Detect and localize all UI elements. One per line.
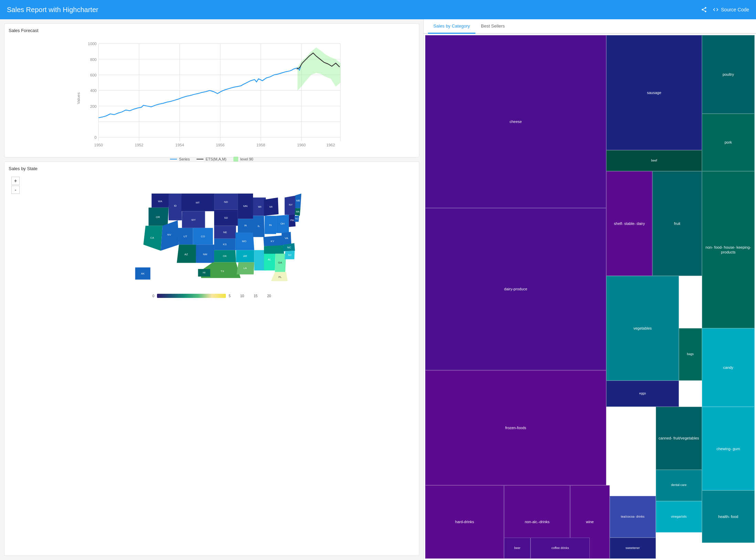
label-ak: AK	[141, 272, 145, 275]
legend-max: 20	[267, 294, 271, 298]
label-sd: SD	[224, 216, 228, 219]
level-box-icon	[233, 157, 238, 162]
label-sc: SC	[288, 253, 292, 257]
label-fl: FL	[279, 276, 282, 279]
label-ga: GA	[278, 261, 282, 264]
label-mt: MT	[196, 201, 200, 204]
label-ks: KS	[223, 243, 227, 246]
svg-text:200: 200	[90, 104, 97, 108]
treemap-cell-coffee-drinks[interactable]: coffee drinks	[531, 538, 590, 559]
share-button[interactable]	[701, 7, 707, 13]
label-wi: WI	[258, 205, 261, 208]
state-tn	[264, 245, 284, 254]
treemap-cell-candy[interactable]: candy	[702, 328, 755, 407]
treemap-cell-vinegar-oils[interactable]: vinegar/oils	[656, 501, 702, 532]
app-title: Sales Report with Highcharter	[7, 6, 98, 14]
treemap-cell-eggs[interactable]: eggs	[606, 381, 679, 407]
zoom-out-button[interactable]: -	[11, 186, 20, 194]
legend-10: 10	[240, 294, 244, 298]
color-bar	[157, 294, 226, 298]
legend-ets: ETS(M,A,M)	[197, 157, 227, 162]
forecast-chart: 1000 800 600 400 200 0 Values 1950 1952 …	[9, 36, 415, 153]
svg-text:1960: 1960	[297, 143, 306, 147]
label-id: ID	[174, 204, 177, 207]
label-or: OR	[156, 216, 160, 219]
label-ma: MA	[296, 210, 300, 213]
tab-best-sellers[interactable]: Best Sellers	[475, 19, 510, 34]
svg-text:1000: 1000	[88, 42, 96, 46]
legend-series-label: Series	[179, 157, 190, 161]
label-mn: MN	[243, 205, 248, 208]
label-ne: NE	[223, 231, 227, 234]
treemap-cell-shelf--stable--dairy[interactable]: shelf- stable- dairy	[606, 171, 652, 276]
svg-text:1956: 1956	[216, 143, 224, 147]
treemap-cell-tea-cocoa--drinks[interactable]: tea/cocoa- drinks	[610, 496, 656, 538]
svg-text:1952: 1952	[135, 143, 143, 147]
source-code-button[interactable]: Source Code	[713, 7, 749, 13]
label-ky: KY	[271, 240, 274, 243]
treemap-cell-dairy-produce[interactable]: dairy-produce	[425, 208, 606, 370]
label-nc: NC	[287, 246, 291, 249]
label-ok: OK	[223, 255, 227, 258]
treemap-cell-pork[interactable]: pork	[702, 114, 755, 171]
treemap-cell-bags[interactable]: bags	[679, 328, 702, 381]
svg-text:1954: 1954	[175, 143, 184, 147]
forecast-legend: Series ETS(M,A,M) level 90	[9, 154, 415, 164]
treemap-cell-frozen-foods[interactable]: frozen-foods	[425, 370, 606, 485]
treemap-cell-non--food--house--keeping--products[interactable]: non- food- house- keeping- products	[702, 171, 755, 328]
svg-text:400: 400	[90, 89, 97, 93]
treemap-cell-canned--fruit-vegetables[interactable]: canned- fruit/vegetables	[656, 407, 702, 469]
treemap-cell-beef[interactable]: beef	[606, 150, 702, 171]
treemap: cheesesausagepoultryporkbeefdairy-produc…	[425, 35, 755, 559]
treemap-cell-sweetener[interactable]: sweetener	[610, 538, 656, 559]
treemap-cell-sausage[interactable]: sausage	[606, 35, 702, 150]
treemap-cell-beer[interactable]: beer	[504, 538, 531, 559]
series-line-icon	[170, 159, 177, 159]
sales-forecast-card: Sales Forecast	[4, 23, 419, 157]
label-nv: NV	[167, 233, 171, 236]
tab-sales-by-category[interactable]: Sales by Category	[428, 19, 475, 34]
svg-text:1958: 1958	[256, 143, 265, 147]
label-wa: WA	[158, 200, 162, 203]
treemap-cell-poultry[interactable]: poultry	[702, 35, 755, 114]
left-panel: Sales Forecast	[0, 19, 423, 560]
tabs-bar: Sales by Category Best Sellers	[424, 19, 756, 34]
forecast-svg: 1000 800 600 400 200 0 Values 1950 1952 …	[9, 36, 415, 153]
label-la: LA	[243, 267, 247, 270]
legend-ets-label: ETS(M,A,M)	[206, 157, 227, 161]
label-pa: PA	[291, 219, 294, 222]
treemap-cell-chewing--gum[interactable]: chewing- gum	[702, 407, 755, 490]
sales-forecast-title: Sales Forecast	[9, 28, 415, 33]
label-wv: VA	[285, 237, 288, 240]
svg-marker-28	[297, 48, 340, 91]
label-il: IL	[258, 225, 260, 228]
ets-line-icon	[197, 159, 203, 159]
label-ia: IA	[244, 224, 247, 227]
label-ny: NY	[289, 203, 293, 206]
label-al: AL	[268, 258, 271, 261]
label-co: CO	[201, 235, 205, 238]
label-mi: MI	[270, 205, 273, 208]
share-icon	[701, 7, 707, 13]
treemap-cell-hard-drinks[interactable]: hard-drinks	[425, 485, 504, 559]
right-panel: Sales by Category Best Sellers cheesesau…	[423, 19, 756, 560]
sales-by-state-title: Sales by State	[9, 166, 415, 171]
label-ut: UT	[183, 235, 187, 238]
label-az: AZ	[185, 253, 188, 256]
treemap-cell-vegetables[interactable]: vegetables	[606, 276, 679, 381]
us-map-svg: WA OR CA ID NV MT	[119, 181, 305, 284]
treemap-cell-dental-care[interactable]: dental-care	[656, 470, 702, 501]
svg-text:1962: 1962	[326, 143, 335, 147]
zoom-in-button[interactable]: +	[11, 177, 20, 185]
treemap-cell-health--food[interactable]: health- food	[702, 490, 755, 543]
label-wy: WY	[191, 218, 196, 221]
treemap-container: cheesesausagepoultryporkbeefdairy-produc…	[424, 34, 756, 560]
label-nd: ND	[224, 200, 228, 204]
treemap-cell-fruit[interactable]: fruit	[652, 171, 702, 276]
svg-text:Values: Values	[76, 92, 81, 104]
treemap-cell-cheese[interactable]: cheese	[425, 35, 606, 208]
label-mo: MO	[242, 240, 246, 243]
code-icon	[713, 7, 719, 13]
label-nm: NM	[203, 253, 207, 256]
legend-5: 5	[229, 294, 231, 298]
